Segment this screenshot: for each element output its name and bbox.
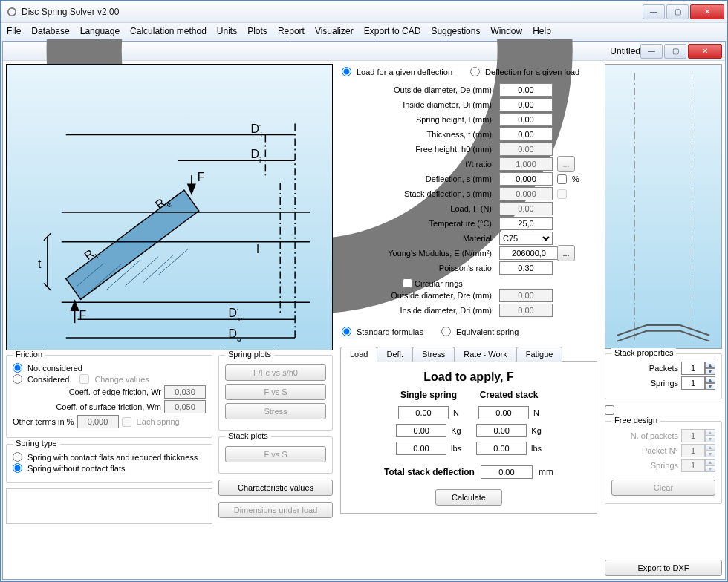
springs-up[interactable]: ▲ — [705, 376, 715, 383]
friction-each-check[interactable] — [122, 417, 131, 427]
t-input[interactable] — [499, 128, 553, 141]
std-formulas-radio[interactable] — [342, 327, 351, 336]
friction-other-input[interactable] — [77, 415, 119, 428]
E-input[interactable] — [499, 246, 559, 260]
springtype-flats-radio[interactable] — [13, 452, 22, 462]
s-input[interactable] — [499, 172, 553, 186]
mode-deflection-radio[interactable] — [470, 67, 480, 76]
menu-visualizer[interactable]: Visualizer — [315, 26, 354, 36]
material-select[interactable]: C75 — [499, 232, 553, 245]
menu-database[interactable]: Database — [31, 26, 69, 36]
temp-input[interactable] — [499, 217, 553, 230]
menu-window[interactable]: Window — [490, 26, 522, 36]
svg-line-7 — [143, 255, 173, 283]
ratio-input[interactable] — [499, 157, 553, 171]
menu-units[interactable]: Units — [217, 26, 237, 36]
springtype-noflats-radio[interactable] — [13, 463, 22, 473]
calculate-button[interactable]: Calculate — [435, 489, 502, 506]
spring-plots-group: Spring plots F/Fc vs s/h0 F vs S Stress — [218, 355, 333, 431]
doc-title: Untitled — [610, 46, 640, 56]
svg-text:F: F — [198, 171, 205, 183]
l-input[interactable] — [499, 113, 553, 126]
stack-lbs-input[interactable] — [476, 442, 527, 455]
menu-help[interactable]: Help — [533, 26, 551, 36]
single-lbs-input[interactable] — [396, 442, 446, 455]
equiv-spring-radio[interactable] — [441, 327, 451, 336]
export-dxf-button[interactable]: Export to DXF — [605, 560, 722, 576]
h0-input[interactable] — [499, 143, 553, 156]
plot-ffc-button[interactable]: F/Fc vs s/h0 — [225, 364, 326, 381]
stack-kg-input[interactable] — [476, 424, 527, 437]
springs-down[interactable]: ▼ — [705, 383, 715, 390]
packets-up[interactable]: ▲ — [705, 362, 715, 368]
sstack-check[interactable] — [557, 189, 567, 199]
De-input[interactable] — [499, 83, 553, 97]
doc-close-button[interactable]: ✕ — [688, 44, 722, 59]
menu-language[interactable]: Language — [80, 26, 120, 36]
packets-spin[interactable] — [681, 362, 705, 375]
tab-stress[interactable]: Stress — [412, 347, 455, 362]
tab-defl[interactable]: Defl. — [377, 347, 413, 362]
fd-clear-button[interactable]: Clear — [611, 480, 715, 496]
fd-packets-spin[interactable] — [681, 429, 705, 442]
svg-marker-20 — [188, 184, 195, 194]
app-icon — [7, 7, 17, 17]
friction-group: Friction Not considered Considered Chang… — [6, 355, 212, 438]
single-n-input[interactable] — [398, 406, 449, 419]
dimensions-under-load-button[interactable]: Dimensions under load — [218, 502, 333, 518]
plot-stress-button[interactable]: Stress — [225, 403, 326, 419]
tab-body: Load to apply, F Single spring N Kg lbs … — [340, 361, 597, 514]
ratio-more-button[interactable]: ... — [557, 156, 575, 172]
maximize-button[interactable]: ▢ — [666, 4, 689, 19]
svg-text:l: l — [256, 243, 259, 255]
Dri-input[interactable] — [499, 304, 553, 317]
svg-text:F: F — [79, 309, 87, 321]
free-design-enable-check[interactable] — [605, 405, 614, 415]
menu-export[interactable]: Export to CAD — [364, 26, 421, 36]
stack-properties-group: Stack properties Packets ▲▼ Springs ▲▼ — [605, 353, 722, 399]
titlebar: Disc Spring Solver v2.00 — ▢ ✕ — [1, 1, 727, 23]
stack-plots-group: Stack plots F vs S — [218, 436, 333, 474]
friction-not-considered-radio[interactable] — [13, 363, 22, 373]
menu-calcmethod[interactable]: Calculation method — [130, 26, 207, 36]
single-kg-input[interactable] — [396, 424, 446, 437]
F-input[interactable] — [499, 202, 553, 215]
document-titlebar: Untitled — ▢ ✕ — [3, 42, 725, 61]
loadtab-title: Load to apply, F — [347, 370, 591, 384]
s-percent-check[interactable] — [557, 174, 567, 184]
svg-point-0 — [8, 7, 16, 16]
friction-wm-input[interactable] — [164, 400, 206, 413]
tab-load[interactable]: Load — [340, 347, 377, 362]
svg-text:De: De — [229, 327, 242, 344]
E-more-button[interactable]: ... — [557, 245, 575, 261]
doc-minimize-button[interactable]: — — [640, 44, 663, 59]
tab-rate[interactable]: Rate - Work — [454, 347, 516, 362]
doc-maximize-button[interactable]: ▢ — [664, 44, 686, 59]
Dre-input[interactable] — [499, 289, 553, 302]
nu-input[interactable] — [499, 261, 553, 275]
fd-packetn-spin[interactable] — [681, 444, 705, 457]
close-button[interactable]: ✕ — [690, 4, 724, 19]
plot-fvs-button[interactable]: F vs S — [225, 384, 326, 400]
svg-text:D'e: D'e — [229, 307, 243, 323]
fd-springs-spin[interactable] — [681, 459, 705, 472]
friction-change-check[interactable] — [79, 374, 89, 384]
characteristic-values-button[interactable]: Characteristic values — [218, 480, 333, 496]
springs-spin[interactable] — [681, 376, 705, 390]
menu-report[interactable]: Report — [278, 26, 305, 36]
circular-rings-check[interactable] — [403, 278, 412, 288]
packets-down[interactable]: ▼ — [705, 368, 715, 375]
sstack-input[interactable] — [499, 187, 553, 200]
menu-suggestions[interactable]: Suggestions — [431, 26, 480, 36]
friction-wr-input[interactable] — [164, 385, 206, 399]
total-deflection-input[interactable] — [481, 465, 533, 479]
friction-considered-radio[interactable] — [13, 374, 22, 384]
menu-plots[interactable]: Plots — [247, 26, 267, 36]
tab-fatigue[interactable]: Fatigue — [516, 347, 563, 362]
mode-load-radio[interactable] — [342, 67, 351, 76]
menu-file[interactable]: File — [7, 26, 21, 36]
stack-n-input[interactable] — [478, 406, 529, 419]
minimize-button[interactable]: — — [643, 4, 665, 19]
Di-input[interactable] — [499, 98, 553, 111]
stackplot-fvs-button[interactable]: F vs S — [225, 446, 326, 462]
